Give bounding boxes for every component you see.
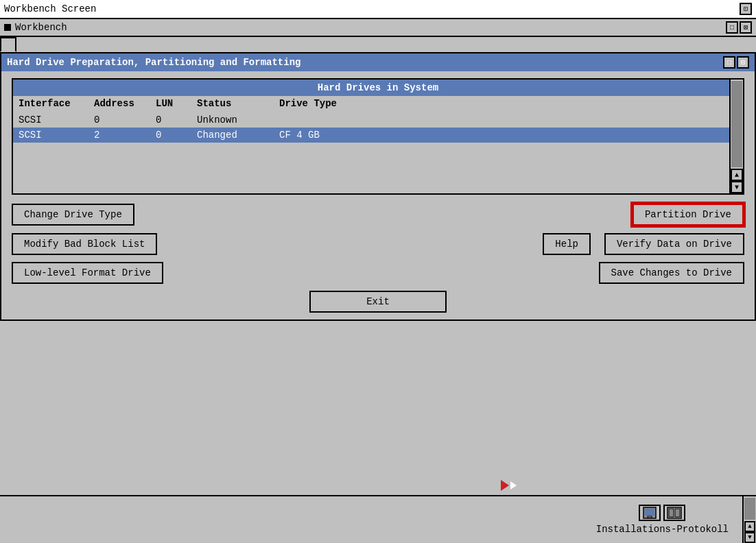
taskbar-scroll-down[interactable]: ▼ bbox=[744, 532, 755, 543]
modify-bad-block-button[interactable]: Modify Bad Block List bbox=[12, 233, 157, 255]
app-content: Hard Drives in System Interface Address … bbox=[1, 71, 755, 319]
tab-strip bbox=[0, 37, 756, 52]
help-button[interactable]: Help bbox=[543, 233, 591, 255]
taskbar-label: Installations-Protokoll bbox=[596, 524, 729, 535]
row1-status: Unknown bbox=[197, 114, 279, 125]
app-restore-btn[interactable]: ⊡ bbox=[737, 56, 749, 69]
taskbar-scrollbar: ▲ ▼ bbox=[742, 496, 756, 543]
low-level-format-button[interactable]: Low-level Format Drive bbox=[12, 262, 163, 284]
row2-interface: SCSI bbox=[19, 130, 94, 141]
workbench-bar-right: □ ⊠ bbox=[726, 21, 752, 34]
scroll-down-btn[interactable]: ▼ bbox=[731, 181, 743, 193]
drives-heading: Hard Drives in System bbox=[13, 80, 743, 96]
row2-status: Changed bbox=[197, 130, 279, 141]
col-drive-type: Drive Type bbox=[279, 98, 416, 109]
drive-row-2[interactable]: SCSI 2 0 Changed CF 4 GB bbox=[13, 128, 743, 143]
button-row-1: Change Drive Type Partition Drive bbox=[12, 203, 744, 226]
taskbar: Installations-Protokoll ▲ ▼ bbox=[0, 495, 756, 543]
app-window: Hard Drive Preparation, Partitioning and… bbox=[0, 52, 756, 321]
row2-lun: 0 bbox=[156, 130, 197, 141]
taskbar-left bbox=[0, 496, 582, 543]
workbench-iconify-btn[interactable]: □ bbox=[726, 21, 738, 34]
drives-section: Hard Drives in System Interface Address … bbox=[12, 78, 744, 195]
col-lun: LUN bbox=[156, 98, 197, 109]
app-title: Hard Drive Preparation, Partitioning and… bbox=[7, 57, 300, 68]
taskbar-scroll-up[interactable]: ▲ bbox=[744, 521, 755, 532]
workbench-label: Workbench bbox=[15, 22, 67, 33]
drives-column-headers: Interface Address LUN Status Drive Type bbox=[13, 96, 743, 111]
screen-title-bar: Workbench Screen ⊡ bbox=[0, 0, 756, 19]
workbench-bar-left: Workbench bbox=[4, 22, 67, 33]
button-row-2: Modify Bad Block List Help Verify Data o… bbox=[12, 233, 744, 255]
workbench-dot bbox=[4, 24, 11, 31]
col-status: Status bbox=[197, 98, 279, 109]
screen-title: Workbench Screen bbox=[4, 3, 96, 14]
app-iconify-btn[interactable]: □ bbox=[723, 56, 735, 69]
row1-drive-type bbox=[279, 114, 416, 125]
workbench-close-btn[interactable]: ⊠ bbox=[740, 21, 752, 34]
button-row-3: Low-level Format Drive Save Changes to D… bbox=[12, 262, 744, 284]
taskbar-icon-1[interactable] bbox=[639, 505, 661, 521]
button-row-4: Exit bbox=[12, 291, 744, 313]
main-tab[interactable] bbox=[0, 37, 16, 52]
col-interface: Interface bbox=[19, 98, 94, 109]
scroll-up-btn[interactable]: ▲ bbox=[731, 169, 743, 181]
row2-address: 2 bbox=[94, 130, 156, 141]
screen-window-buttons: ⊡ bbox=[740, 3, 752, 15]
drive-row-1[interactable]: SCSI 0 0 Unknown bbox=[13, 112, 743, 128]
change-drive-type-button[interactable]: Change Drive Type bbox=[12, 204, 134, 226]
svg-rect-1 bbox=[645, 509, 654, 516]
svg-rect-5 bbox=[675, 509, 680, 517]
col-spacer bbox=[416, 98, 737, 109]
svg-rect-4 bbox=[669, 509, 674, 517]
row2-spacer bbox=[416, 130, 737, 141]
svg-rect-2 bbox=[648, 516, 652, 518]
screen-restore-btn[interactable]: ⊡ bbox=[740, 3, 752, 15]
scrollbar-track[interactable] bbox=[731, 81, 742, 167]
exit-button[interactable]: Exit bbox=[309, 291, 447, 313]
drives-list: SCSI 0 0 Unknown SCSI 2 0 Changed CF 4 G… bbox=[13, 111, 743, 193]
taskbar-center: Installations-Protokoll bbox=[582, 502, 742, 538]
row1-address: 0 bbox=[94, 114, 156, 125]
partition-drive-button[interactable]: Partition Drive bbox=[632, 203, 744, 226]
row1-interface: SCSI bbox=[19, 114, 94, 125]
workbench-bar: Workbench □ ⊠ bbox=[0, 19, 756, 37]
row1-spacer bbox=[416, 114, 737, 125]
buttons-area: Change Drive Type Partition Drive Modify… bbox=[12, 203, 744, 313]
row2-drive-type: CF 4 GB bbox=[279, 130, 416, 141]
col-address: Address bbox=[94, 98, 156, 109]
taskbar-icons bbox=[639, 505, 685, 521]
save-changes-button[interactable]: Save Changes to Drive bbox=[599, 262, 744, 284]
taskbar-icon-2[interactable] bbox=[663, 505, 685, 521]
row1-lun: 0 bbox=[156, 114, 197, 125]
app-title-bar: Hard Drive Preparation, Partitioning and… bbox=[1, 53, 755, 71]
verify-data-button[interactable]: Verify Data on Drive bbox=[604, 233, 744, 255]
drives-scrollbar: ▲ ▼ bbox=[729, 80, 743, 193]
mouse-cursor bbox=[501, 480, 509, 491]
